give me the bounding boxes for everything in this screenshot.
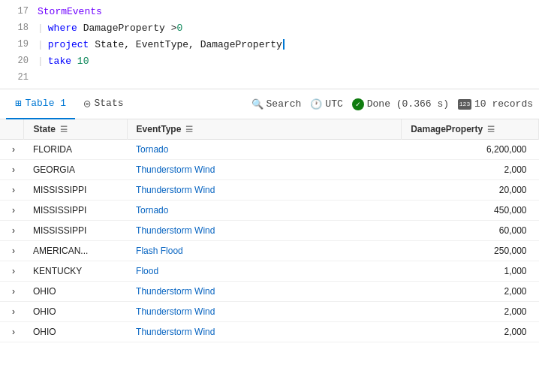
expand-cell[interactable]: › [0,302,24,322]
line-number-17: 17 [6,6,29,17]
table-row: ›OHIOThunderstorm Wind2,000 [0,302,539,322]
table-row: ›AMERICAN...Flash Flood250,000 [0,241,539,261]
code-line-17: 17 StormEvents [0,3,539,20]
table-body: ›FLORIDATornado6,200,000›GEORGIAThunders… [0,140,539,342]
cell-damage: 1,000 [402,261,539,282]
cell-eventtype: Thunderstorm Wind [127,282,402,302]
table-row: ›FLORIDATornado6,200,000 [0,140,539,160]
table-row: ›OHIOThunderstorm Wind2,000 [0,322,539,342]
utc-button[interactable]: 🕐 UTC [310,98,342,110]
toolbar-right: 🔍 Search 🕐 UTC ✓ Done (0.366 s) 123 10 r… [251,98,533,110]
cell-state: OHIO [24,302,127,322]
pipe-20: | [38,56,44,67]
cell-damage: 2,000 [402,160,539,180]
line-number-21: 21 [6,72,29,83]
code-token: 10 [77,56,89,67]
code-token: State, EventType, DamageProperty [89,39,282,50]
table-row: ›MISSISSIPPIThunderstorm Wind20,000 [0,180,539,201]
code-token: 0 [176,23,182,34]
table-header-row: State ☰ EventType ☰ DamageProperty ☰ [0,119,539,140]
cell-damage: 20,000 [402,180,539,201]
expand-cell[interactable]: › [0,261,24,282]
table-row: ›OHIOThunderstorm Wind2,000 [0,282,539,302]
cell-state: KENTUCKY [24,261,127,282]
cell-eventtype: Flash Flood [127,241,402,261]
done-status: ✓ Done (0.366 s) [352,98,449,110]
cell-eventtype: Thunderstorm Wind [127,180,402,201]
code-keyword-take: take [48,56,71,67]
table-row: ›GEORGIAThunderstorm Wind2,000 [0,160,539,180]
results-table: State ☰ EventType ☰ DamageProperty ☰ [0,119,539,342]
code-line-18: 18 | where DamageProperty > 0 [0,20,539,36]
cell-state: FLORIDA [24,140,127,160]
cell-eventtype: Thunderstorm Wind [127,221,402,241]
search-button[interactable]: 🔍 Search [251,98,302,110]
code-line-20: 20 | take 10 [0,53,539,69]
tab-table1[interactable]: ⊞ Table 1 [6,89,75,119]
expand-cell[interactable]: › [0,221,24,241]
done-icon: ✓ [352,98,364,110]
expand-cell[interactable]: › [0,180,24,201]
filter-icon-eventtype[interactable]: ☰ [185,125,193,134]
done-label: Done (0.366 s) [367,98,449,110]
cell-damage: 450,000 [402,201,539,221]
cell-damage: 2,000 [402,302,539,322]
stats-icon: ◎ [84,97,90,110]
utc-label: UTC [325,98,342,110]
clock-icon: 🕐 [310,98,322,110]
code-line-19: 19 | project State, EventType, DamagePro… [0,36,539,53]
cell-eventtype: Thunderstorm Wind [127,160,402,180]
cell-damage: 2,000 [402,322,539,342]
table-row: ›MISSISSIPPIThunderstorm Wind60,000 [0,221,539,241]
table-row: ›MISSISSIPPITornado450,000 [0,201,539,221]
cell-eventtype: Tornado [127,140,402,160]
col-header-state[interactable]: State ☰ [24,119,127,140]
records-label: 10 records [474,98,533,110]
code-token [71,56,77,67]
filter-icon-state[interactable]: ☰ [60,125,68,134]
cell-state: GEORGIA [24,160,127,180]
line-number-19: 19 [6,39,29,50]
cell-state: MISSISSIPPI [24,221,127,241]
cell-state: OHIO [24,282,127,302]
filter-icon-damage[interactable]: ☰ [487,125,495,134]
cell-eventtype: Thunderstorm Wind [127,302,402,322]
cell-damage: 2,000 [402,282,539,302]
expand-cell[interactable]: › [0,201,24,221]
expand-header [0,119,24,140]
tab-stats[interactable]: ◎ Stats [75,89,132,119]
table-icon: ⊞ [15,97,21,110]
records-icon: 123 [458,99,471,110]
code-keyword-where: where [48,23,77,34]
code-editor: 17 StormEvents 18 | where DamageProperty… [0,0,539,89]
tab-table1-label: Table 1 [25,98,66,109]
results-table-container: State ☰ EventType ☰ DamageProperty ☰ [0,119,539,342]
cell-damage: 60,000 [402,221,539,241]
cell-eventtype: Thunderstorm Wind [127,322,402,342]
expand-cell[interactable]: › [0,282,24,302]
code-line-21: 21 [0,69,539,86]
expand-cell[interactable]: › [0,241,24,261]
cell-state: MISSISSIPPI [24,180,127,201]
search-label: Search [266,98,302,110]
cell-state: OHIO [24,322,127,342]
code-keyword-project: project [48,39,89,50]
toolbar: ⊞ Table 1 ◎ Stats 🔍 Search 🕐 UTC ✓ Done … [0,89,539,119]
expand-cell[interactable]: › [0,322,24,342]
tab-stats-label: Stats [94,98,123,109]
cell-state: AMERICAN... [24,241,127,261]
table-row: ›KENTUCKYFlood1,000 [0,261,539,282]
cursor [283,39,285,50]
expand-cell[interactable]: › [0,140,24,160]
cell-damage: 250,000 [402,241,539,261]
col-header-damage[interactable]: DamageProperty ☰ [402,119,539,140]
cell-state: MISSISSIPPI [24,201,127,221]
expand-cell[interactable]: › [0,160,24,180]
col-header-eventtype[interactable]: EventType ☰ [127,119,402,140]
pipe-19: | [38,39,44,50]
code-token: DamageProperty > [77,23,177,34]
cell-eventtype: Tornado [127,201,402,221]
code-token: StormEvents [38,6,102,17]
line-number-20: 20 [6,56,29,66]
pipe-18: | [38,23,44,34]
